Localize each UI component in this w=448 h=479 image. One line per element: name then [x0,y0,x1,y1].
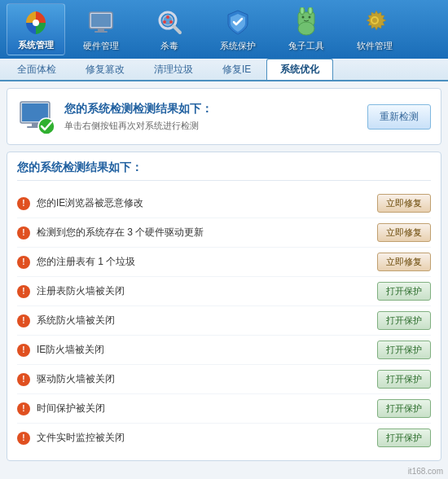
fix-button[interactable]: 立即修复 [377,253,431,271]
result-item: !时间保护被关闭打开保护 [17,394,431,424]
protect-button[interactable]: 打开保护 [377,428,431,447]
svg-rect-3 [91,14,111,27]
nav-item-hardware-label: 硬件管理 [83,40,119,52]
rabbit-icon [292,7,321,37]
result-left: !文件实时监控被关闭 [17,431,125,445]
svg-point-19 [309,15,311,18]
summary-left: 您的系统检测检测结果如下： 单击右侧按钮再次对系统进行检测 [17,97,213,136]
result-left: !驱动防火墙被关闭 [17,372,115,386]
summary-title: 您的系统检测检测结果如下： [64,102,213,116]
tab-clean-junk[interactable]: 清理垃圾 [140,59,207,80]
result-left: !IE防火墙被关闭 [17,343,104,357]
svg-rect-4 [98,29,104,31]
result-item: !检测到您的系统存在 3 个硬件驱动更新立即修复 [17,218,431,248]
monitor-icon [86,7,116,37]
svg-point-9 [166,15,169,19]
svg-rect-5 [94,31,108,33]
result-text: 您的注册表有 1 个垃圾 [37,255,135,269]
svg-point-15 [301,7,304,13]
nav-item-protect-label: 系统保护 [220,40,256,52]
tab-fullcheck[interactable]: 全面体检 [3,59,70,80]
result-text: 系统防火墙被关闭 [37,314,115,327]
result-left: !检测到您的系统存在 3 个硬件驱动更新 [17,226,204,240]
result-text: IE防火墙被关闭 [37,343,104,357]
svg-point-18 [302,15,305,18]
nav-item-protect[interactable]: 系统保护 [205,3,270,55]
results-list: !您的IE浏览器被恶意修改立即修复!检测到您的系统存在 3 个硬件驱动更新立即修… [17,189,431,452]
kill-icon [155,7,184,37]
nav-item-kill[interactable]: 杀毒 [137,3,202,55]
summary-text: 您的系统检测检测结果如下： 单击右侧按钮再次对系统进行检测 [64,102,213,132]
result-item: !文件实时监控被关闭打开保护 [17,424,431,452]
result-item: !驱动防火墙被关闭打开保护 [17,365,431,394]
svg-point-17 [298,22,314,35]
warning-icon: ! [17,373,30,386]
fix-button[interactable]: 立即修复 [377,194,431,213]
nav-item-software[interactable]: 软件管理 [342,3,407,55]
gear-icon [360,7,389,37]
nav-item-kill-label: 杀毒 [160,40,178,52]
fix-button[interactable]: 立即修复 [377,223,431,242]
warning-icon: ! [17,402,30,415]
warning-icon: ! [17,344,30,357]
result-text: 注册表防火墙被关闭 [37,284,125,298]
result-item: !注册表防火墙被关闭打开保护 [17,277,431,306]
result-text: 文件实时监控被关闭 [37,431,125,445]
svg-line-8 [173,26,180,33]
shield-icon [223,7,253,37]
result-text: 驱动防火墙被关闭 [37,372,115,386]
recheck-button[interactable]: 重新检测 [367,104,431,130]
warning-icon: ! [17,197,30,210]
result-text: 时间保护被关闭 [37,402,105,415]
top-nav: 系统管理 硬件管理 杀毒 [0,0,448,59]
main-content: 您的系统检测检测结果如下： 单击右侧按钮再次对系统进行检测 重新检测 您的系统检… [0,81,448,479]
svg-point-16 [310,7,312,13]
protect-button[interactable]: 打开保护 [377,341,431,359]
protect-button[interactable]: 打开保护 [377,282,431,301]
pc-check-icon [17,97,56,136]
tab-bar: 全面体检 修复篡改 清理垃圾 修复IE 系统优化 [0,59,448,81]
tab-optimize[interactable]: 系统优化 [266,59,333,80]
nav-item-software-label: 软件管理 [357,40,393,52]
result-left: !您的注册表有 1 个垃圾 [17,255,135,269]
nav-logo-label: 系统管理 [18,39,54,51]
nav-item-rabbit-label: 兔子工具 [288,40,324,52]
results-title: 您的系统检测结果如下： [17,160,431,181]
warning-icon: ! [17,256,30,269]
warning-icon: ! [17,314,30,327]
watermark: it168.com [408,467,443,476]
nav-item-rabbit[interactable]: 兔子工具 [274,3,339,55]
logo-icon [21,8,51,37]
svg-point-10 [163,20,166,24]
svg-point-11 [169,20,173,24]
result-item: !您的注册表有 1 个垃圾立即修复 [17,248,431,277]
result-item: !您的IE浏览器被恶意修改立即修复 [17,189,431,218]
result-item: !系统防火墙被关闭打开保护 [17,306,431,336]
results-section: 您的系统检测结果如下： !您的IE浏览器被恶意修改立即修复!检测到您的系统存在 … [7,152,441,461]
result-text: 检测到您的系统存在 3 个硬件驱动更新 [37,226,204,240]
summary-subtitle: 单击右侧按钮再次对系统进行检测 [64,120,213,132]
warning-icon: ! [17,432,30,445]
protect-button[interactable]: 打开保护 [377,311,431,330]
warning-icon: ! [17,226,30,240]
result-left: !系统防火墙被关闭 [17,314,115,327]
result-text: 您的IE浏览器被恶意修改 [37,196,143,210]
tab-repair-ie[interactable]: 修复IE [209,59,265,80]
svg-point-21 [372,18,377,23]
tab-repair-homepage[interactable]: 修复篡改 [72,59,138,80]
protect-button[interactable]: 打开保护 [377,370,431,389]
svg-point-1 [33,20,39,26]
protect-button[interactable]: 打开保护 [377,399,431,418]
result-left: !您的IE浏览器被恶意修改 [17,196,143,210]
summary-box: 您的系统检测检测结果如下： 单击右侧按钮再次对系统进行检测 重新检测 [7,88,441,145]
nav-logo[interactable]: 系统管理 [7,3,65,55]
warning-icon: ! [17,285,30,298]
result-left: !注册表防火墙被关闭 [17,284,125,298]
result-left: !时间保护被关闭 [17,402,105,415]
nav-item-hardware[interactable]: 硬件管理 [68,3,134,55]
result-item: !IE防火墙被关闭打开保护 [17,336,431,365]
